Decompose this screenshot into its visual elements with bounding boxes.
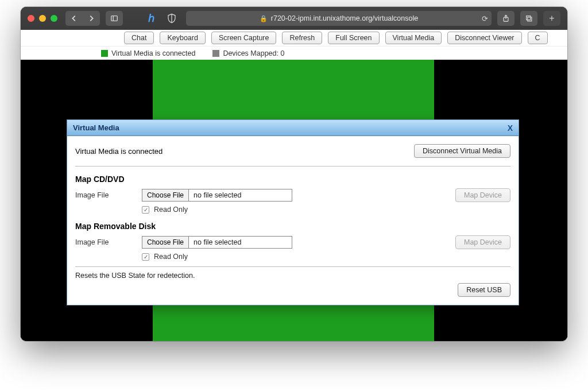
privacy-shield-icon[interactable] <box>163 11 180 26</box>
map-rd-heading: Map Removable Disk <box>75 222 510 231</box>
tb-screen-capture[interactable]: Screen Capture <box>211 32 277 44</box>
rd-map-device-button[interactable]: Map Device <box>455 235 510 249</box>
svg-rect-3 <box>527 16 531 20</box>
reset-usb-text: Resets the USB State for redetection. <box>75 272 195 280</box>
reload-button[interactable]: ⟳ <box>482 14 488 23</box>
status-connected: Virtual Media is connected <box>101 49 195 57</box>
rd-choose-file-button[interactable]: Choose File <box>142 237 189 248</box>
virtual-console-area: Virtual Media X Virtual Media is connect… <box>21 60 567 341</box>
window-controls <box>28 15 57 22</box>
rd-readonly-checkbox[interactable]: ✓ <box>142 253 149 261</box>
cd-map-device-button[interactable]: Map Device <box>455 188 510 202</box>
tb-full-screen[interactable]: Full Screen <box>328 32 379 44</box>
dialog-close-button[interactable]: X <box>508 123 513 133</box>
new-tab-button[interactable]: + <box>543 11 560 26</box>
status-devices: Devices Mapped: 0 <box>212 49 284 57</box>
vc-statusbar: Virtual Media is connected Devices Mappe… <box>21 46 567 60</box>
dialog-title: Virtual Media <box>73 123 119 132</box>
browser-toolbar: ℎ 🔒 r720-02-ipmi.int.unixathome.org/virt… <box>21 7 567 30</box>
dialog-status-text: Virtual Media is connected <box>75 147 163 156</box>
url-text: r720-02-ipmi.int.unixathome.org/virtualc… <box>271 14 418 22</box>
tb-virtual-media[interactable]: Virtual Media <box>385 32 442 44</box>
page-content: Chat Keyboard Screen Capture Refresh Ful… <box>21 30 567 341</box>
map-cd-heading: Map CD/DVD <box>75 175 510 184</box>
nav-back-button[interactable] <box>65 11 83 26</box>
lock-icon: 🔒 <box>260 15 268 22</box>
browser-window: ℎ 🔒 r720-02-ipmi.int.unixathome.org/virt… <box>21 7 567 341</box>
cd-file-input[interactable]: Choose File no file selected <box>142 189 292 202</box>
minimize-window-button[interactable] <box>39 15 46 22</box>
vc-toolbar: Chat Keyboard Screen Capture Refresh Ful… <box>21 30 567 46</box>
status-green-icon <box>101 50 108 57</box>
rd-file-text: no file selected <box>189 238 246 246</box>
cd-readonly-label: Read Only <box>154 206 188 214</box>
extension-icon[interactable]: ℎ <box>145 12 157 25</box>
disconnect-virtual-media-button[interactable]: Disconnect Virtual Media <box>414 144 510 158</box>
status-gray-icon <box>212 50 219 57</box>
cd-choose-file-button[interactable]: Choose File <box>142 189 189 201</box>
svg-rect-4 <box>528 17 532 21</box>
cd-image-label: Image File <box>75 191 133 199</box>
reset-usb-button[interactable]: Reset USB <box>458 283 510 297</box>
cd-readonly-checkbox[interactable]: ✓ <box>142 206 149 214</box>
dialog-titlebar[interactable]: Virtual Media X <box>67 120 519 136</box>
tb-disconnect[interactable]: Disconnect Viewer <box>447 32 521 44</box>
tb-refresh[interactable]: Refresh <box>282 32 322 44</box>
share-button[interactable] <box>497 11 514 26</box>
nav-forward-button[interactable] <box>83 11 100 26</box>
rd-file-input[interactable]: Choose File no file selected <box>142 236 292 249</box>
cd-file-text: no file selected <box>189 191 246 199</box>
address-bar[interactable]: 🔒 r720-02-ipmi.int.unixathome.org/virtua… <box>186 11 492 26</box>
rd-image-label: Image File <box>75 238 133 246</box>
tabs-overview-button[interactable] <box>520 11 537 26</box>
close-window-button[interactable] <box>28 15 34 22</box>
svg-rect-0 <box>111 16 118 21</box>
zoom-window-button[interactable] <box>51 15 57 22</box>
virtual-media-dialog: Virtual Media X Virtual Media is connect… <box>67 119 519 305</box>
sidebar-toggle-button[interactable] <box>106 11 123 26</box>
tb-keyboard[interactable]: Keyboard <box>160 32 206 44</box>
tb-extra[interactable]: C <box>528 32 548 44</box>
tb-chat[interactable]: Chat <box>124 32 154 44</box>
rd-readonly-label: Read Only <box>154 253 188 261</box>
